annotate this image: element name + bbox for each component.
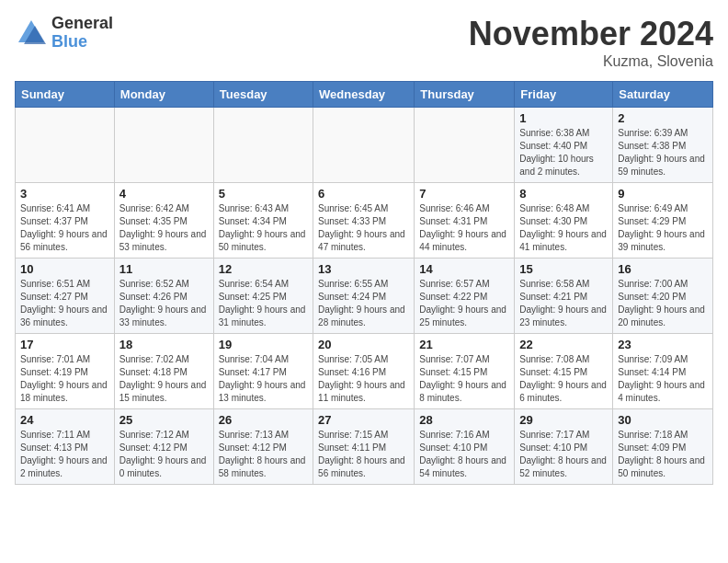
calendar-cell-4-4: 20Sunrise: 7:05 AM Sunset: 4:16 PM Dayli… <box>313 334 415 409</box>
header-monday: Monday <box>114 82 213 108</box>
calendar-cell-2-6: 8Sunrise: 6:48 AM Sunset: 4:30 PM Daylig… <box>515 183 613 259</box>
header-thursday: Thursday <box>415 82 515 108</box>
day-info: Sunrise: 6:55 AM Sunset: 4:24 PM Dayligh… <box>318 278 409 329</box>
day-number: 14 <box>419 262 509 276</box>
calendar-cell-4-1: 17Sunrise: 7:01 AM Sunset: 4:19 PM Dayli… <box>16 334 115 409</box>
day-info: Sunrise: 6:38 AM Sunset: 4:40 PM Dayligh… <box>519 127 608 178</box>
day-info: Sunrise: 6:46 AM Sunset: 4:31 PM Dayligh… <box>419 202 509 254</box>
calendar-cell-2-1: 3Sunrise: 6:41 AM Sunset: 4:37 PM Daylig… <box>16 183 115 259</box>
day-info: Sunrise: 7:09 AM Sunset: 4:14 PM Dayligh… <box>618 353 708 405</box>
calendar-cell-3-3: 12Sunrise: 6:54 AM Sunset: 4:25 PM Dayli… <box>213 259 313 334</box>
day-number: 6 <box>318 187 409 201</box>
day-info: Sunrise: 7:11 AM Sunset: 4:13 PM Dayligh… <box>20 429 109 480</box>
day-number: 10 <box>20 262 109 276</box>
calendar-cell-1-4 <box>313 108 415 183</box>
logo: General Blue <box>15 15 113 52</box>
day-number: 27 <box>318 413 409 427</box>
day-info: Sunrise: 6:41 AM Sunset: 4:37 PM Dayligh… <box>20 202 109 254</box>
day-number: 2 <box>618 111 708 125</box>
calendar-cell-4-3: 19Sunrise: 7:04 AM Sunset: 4:17 PM Dayli… <box>213 334 313 409</box>
day-info: Sunrise: 6:52 AM Sunset: 4:26 PM Dayligh… <box>119 278 209 329</box>
calendar-cell-5-4: 27Sunrise: 7:15 AM Sunset: 4:11 PM Dayli… <box>313 409 415 485</box>
logo-line2: Blue <box>51 33 113 52</box>
calendar-week-1: 1Sunrise: 6:38 AM Sunset: 4:40 PM Daylig… <box>16 108 713 183</box>
page: General Blue November 2024 Kuzma, Sloven… <box>0 0 728 563</box>
day-number: 15 <box>519 262 608 276</box>
day-number: 1 <box>519 111 608 125</box>
day-info: Sunrise: 7:13 AM Sunset: 4:12 PM Dayligh… <box>219 429 308 480</box>
calendar-cell-5-3: 26Sunrise: 7:13 AM Sunset: 4:12 PM Dayli… <box>213 409 313 485</box>
day-info: Sunrise: 7:07 AM Sunset: 4:15 PM Dayligh… <box>419 353 509 405</box>
calendar-cell-5-1: 24Sunrise: 7:11 AM Sunset: 4:13 PM Dayli… <box>16 409 115 485</box>
calendar-cell-5-2: 25Sunrise: 7:12 AM Sunset: 4:12 PM Dayli… <box>114 409 213 485</box>
day-info: Sunrise: 7:15 AM Sunset: 4:11 PM Dayligh… <box>318 429 409 480</box>
calendar-week-4: 17Sunrise: 7:01 AM Sunset: 4:19 PM Dayli… <box>16 334 713 409</box>
day-info: Sunrise: 7:01 AM Sunset: 4:19 PM Dayligh… <box>20 353 109 405</box>
day-info: Sunrise: 6:39 AM Sunset: 4:38 PM Dayligh… <box>618 127 708 178</box>
day-number: 16 <box>618 262 708 276</box>
header-friday: Friday <box>515 82 613 108</box>
logo-line1: General <box>51 15 113 33</box>
day-number: 24 <box>20 413 109 427</box>
header-saturday: Saturday <box>613 82 713 108</box>
calendar-cell-3-7: 16Sunrise: 7:00 AM Sunset: 4:20 PM Dayli… <box>613 259 713 334</box>
day-number: 4 <box>119 187 209 201</box>
day-number: 9 <box>618 187 708 201</box>
day-number: 28 <box>419 413 509 427</box>
day-number: 30 <box>618 413 708 427</box>
title-section: November 2024 Kuzma, Slovenia <box>469 15 713 70</box>
day-info: Sunrise: 6:51 AM Sunset: 4:27 PM Dayligh… <box>20 278 109 329</box>
calendar-cell-2-4: 6Sunrise: 6:45 AM Sunset: 4:33 PM Daylig… <box>313 183 415 259</box>
calendar-cell-3-1: 10Sunrise: 6:51 AM Sunset: 4:27 PM Dayli… <box>16 259 115 334</box>
day-info: Sunrise: 7:12 AM Sunset: 4:12 PM Dayligh… <box>119 429 209 480</box>
calendar-cell-1-1 <box>16 108 115 183</box>
day-info: Sunrise: 6:54 AM Sunset: 4:25 PM Dayligh… <box>219 278 308 329</box>
day-info: Sunrise: 6:48 AM Sunset: 4:30 PM Dayligh… <box>519 202 608 254</box>
calendar-cell-5-6: 29Sunrise: 7:17 AM Sunset: 4:10 PM Dayli… <box>515 409 613 485</box>
calendar-week-5: 24Sunrise: 7:11 AM Sunset: 4:13 PM Dayli… <box>16 409 713 485</box>
calendar-cell-2-3: 5Sunrise: 6:43 AM Sunset: 4:34 PM Daylig… <box>213 183 313 259</box>
calendar-cell-5-7: 30Sunrise: 7:18 AM Sunset: 4:09 PM Dayli… <box>613 409 713 485</box>
day-number: 22 <box>519 338 608 351</box>
day-info: Sunrise: 7:05 AM Sunset: 4:16 PM Dayligh… <box>318 353 409 405</box>
day-info: Sunrise: 7:02 AM Sunset: 4:18 PM Dayligh… <box>119 353 209 405</box>
day-number: 12 <box>219 262 308 276</box>
calendar-cell-4-5: 21Sunrise: 7:07 AM Sunset: 4:15 PM Dayli… <box>415 334 515 409</box>
day-info: Sunrise: 6:49 AM Sunset: 4:29 PM Dayligh… <box>618 202 708 254</box>
header: General Blue November 2024 Kuzma, Sloven… <box>15 15 713 70</box>
calendar-cell-3-4: 13Sunrise: 6:55 AM Sunset: 4:24 PM Dayli… <box>313 259 415 334</box>
day-info: Sunrise: 6:43 AM Sunset: 4:34 PM Dayligh… <box>219 202 308 254</box>
day-info: Sunrise: 6:45 AM Sunset: 4:33 PM Dayligh… <box>318 202 409 254</box>
calendar-cell-1-5 <box>415 108 515 183</box>
day-number: 3 <box>20 187 109 201</box>
day-number: 25 <box>119 413 209 427</box>
calendar-body: 1Sunrise: 6:38 AM Sunset: 4:40 PM Daylig… <box>16 108 713 485</box>
header-wednesday: Wednesday <box>313 82 415 108</box>
calendar-header: Sunday Monday Tuesday Wednesday Thursday… <box>16 82 713 108</box>
day-number: 26 <box>219 413 308 427</box>
day-number: 21 <box>419 338 509 351</box>
calendar-week-2: 3Sunrise: 6:41 AM Sunset: 4:37 PM Daylig… <box>16 183 713 259</box>
day-number: 20 <box>318 338 409 351</box>
day-number: 8 <box>519 187 608 201</box>
day-number: 23 <box>618 338 708 351</box>
day-number: 7 <box>419 187 509 201</box>
calendar-week-3: 10Sunrise: 6:51 AM Sunset: 4:27 PM Dayli… <box>16 259 713 334</box>
month-title: November 2024 <box>469 15 713 53</box>
logo-icon <box>15 17 48 50</box>
calendar-cell-3-6: 15Sunrise: 6:58 AM Sunset: 4:21 PM Dayli… <box>515 259 613 334</box>
calendar-cell-4-7: 23Sunrise: 7:09 AM Sunset: 4:14 PM Dayli… <box>613 334 713 409</box>
calendar-cell-3-5: 14Sunrise: 6:57 AM Sunset: 4:22 PM Dayli… <box>415 259 515 334</box>
day-number: 11 <box>119 262 209 276</box>
calendar-cell-4-2: 18Sunrise: 7:02 AM Sunset: 4:18 PM Dayli… <box>114 334 213 409</box>
calendar-cell-1-6: 1Sunrise: 6:38 AM Sunset: 4:40 PM Daylig… <box>515 108 613 183</box>
calendar-cell-2-7: 9Sunrise: 6:49 AM Sunset: 4:29 PM Daylig… <box>613 183 713 259</box>
calendar-cell-3-2: 11Sunrise: 6:52 AM Sunset: 4:26 PM Dayli… <box>114 259 213 334</box>
header-tuesday: Tuesday <box>213 82 313 108</box>
day-info: Sunrise: 7:08 AM Sunset: 4:15 PM Dayligh… <box>519 353 608 405</box>
calendar-cell-1-3 <box>213 108 313 183</box>
header-sunday: Sunday <box>16 82 115 108</box>
calendar-cell-1-7: 2Sunrise: 6:39 AM Sunset: 4:38 PM Daylig… <box>613 108 713 183</box>
logo-text: General Blue <box>51 15 113 52</box>
day-number: 18 <box>119 338 209 351</box>
